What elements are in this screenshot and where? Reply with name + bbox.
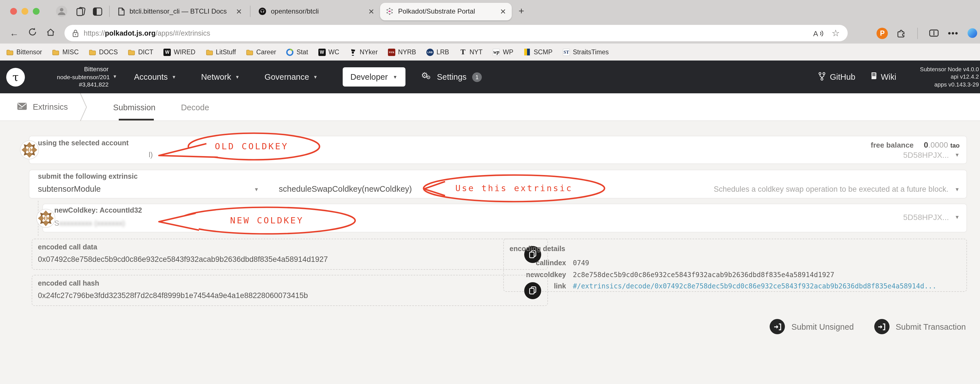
encoded-call-hash-box: encoded call hash 0x24fc27c796be3fdd3235… — [32, 275, 548, 306]
bookmark-wc[interactable]: WWC — [318, 48, 339, 56]
new-coldkey-name-redacted: Sxxxxxxxxx (xxxxxxx) — [54, 219, 125, 227]
wiki-link[interactable]: Wiki — [870, 72, 896, 82]
bookmark-wired[interactable]: WWIRED — [164, 48, 196, 56]
address-bar[interactable]: https://polkadot.js.org/apps/#/extrinsic… — [64, 25, 848, 41]
bookmark-stat[interactable]: Stat — [286, 48, 308, 56]
bookmark-bittensor[interactable]: Bittensor — [6, 48, 42, 56]
account-address-select[interactable]: 5D58HPJX... ▼ — [903, 150, 959, 159]
polkadot-extension-icon[interactable]: P — [877, 27, 888, 39]
copilot-icon[interactable] — [967, 28, 977, 38]
split-screen-icon[interactable] — [929, 29, 939, 37]
github-link[interactable]: GitHub — [819, 72, 855, 82]
chevron-down-icon[interactable]: ▼ — [254, 186, 259, 192]
browser-window: btcli.bittensor_cli — BTCLI Docs ✕ opent… — [0, 0, 980, 384]
browser-tab-btcli-docs[interactable]: btcli.bittensor_cli — BTCLI Docs ✕ — [112, 0, 248, 22]
nyrb-icon: NYR — [388, 48, 395, 56]
sign-in-icon — [770, 319, 785, 334]
section-title: Extrinsics — [17, 102, 68, 112]
submit-unsigned-button[interactable]: Submit Unsigned — [770, 319, 854, 334]
tab-title: opentensor/btcli — [271, 7, 364, 15]
bookmark-docs[interactable]: DOCS — [89, 48, 118, 56]
version-info: Subtensor Node v4.0.0 api v12.4.2 apps v… — [911, 65, 979, 88]
close-window-button[interactable] — [10, 8, 17, 15]
favorite-star-icon[interactable]: ☆ — [832, 28, 840, 38]
tab-submission[interactable]: Submission — [113, 103, 156, 112]
bookmark-label: Career — [256, 49, 276, 56]
bookmark-nyrb[interactable]: NYRNYRB — [388, 48, 416, 56]
folder-icon — [6, 48, 14, 56]
account-row-label: using the selected account — [38, 139, 129, 147]
more-menu-icon[interactable]: ••• — [948, 28, 959, 38]
account-identicon[interactable] — [20, 140, 39, 159]
decode-link[interactable]: #/extrinsics/decode/0x07492c8e758dec5b9c… — [573, 282, 937, 290]
active-tab-underline — [119, 118, 154, 121]
bookmark-label: WIRED — [173, 49, 196, 56]
tab-title: btcli.bittensor_cli — BTCLI Docs — [129, 7, 231, 15]
tab-decode[interactable]: Decode — [181, 103, 209, 112]
chain-name: Bittensor — [29, 65, 117, 73]
chevron-down-icon: ▼ — [955, 214, 959, 220]
bookmark-nyker[interactable]: NYker — [350, 48, 378, 56]
bookmark-label: NYRB — [398, 49, 416, 56]
method-description-select[interactable]: Schedules a coldkey swap operation to be… — [714, 185, 959, 193]
nav-network[interactable]: Network▼ — [201, 72, 240, 81]
account-identicon[interactable] — [36, 209, 56, 228]
extrinsic-select-row: submit the following extrinsic subtensor… — [29, 170, 967, 199]
bookmark-misc[interactable]: MISC — [52, 48, 79, 56]
chevron-down-icon: ▼ — [172, 74, 176, 80]
gears-icon: ⚙⚙ — [421, 71, 432, 83]
nav-governance[interactable]: Governance▼ — [264, 72, 318, 81]
chevron-down-icon: ▼ — [955, 186, 959, 192]
copy-button[interactable] — [524, 282, 541, 299]
browser-tab-polkadot-portal[interactable]: Polkadot/Substrate Portal ✕ — [380, 3, 512, 20]
submit-transaction-button[interactable]: Submit Transaction — [874, 319, 966, 334]
bookmark-litstuff[interactable]: LitStuff — [205, 48, 236, 56]
new-coldkey-row[interactable]: newColdkey: AccountId32 Sxxxxxxxxx (xxxx… — [42, 204, 967, 233]
bookmark-career[interactable]: Career — [246, 48, 276, 56]
back-icon[interactable]: ← — [7, 28, 21, 38]
close-tab-icon[interactable]: ✕ — [236, 7, 242, 16]
chain-node: node-subtensor/201 — [57, 73, 110, 81]
nav-settings[interactable]: ⚙⚙ Settings 1 — [421, 71, 482, 83]
bookmark-nyt[interactable]: TNYT — [459, 48, 482, 56]
lrb-icon: LRB — [426, 48, 434, 56]
bookmark-straitstimes[interactable]: STStraitsTimes — [563, 48, 609, 56]
lock-icon — [72, 29, 79, 37]
bookmark-label: DICT — [138, 49, 154, 56]
bookmark-wp[interactable]: wpWP — [493, 48, 513, 56]
tab-overview-icon[interactable] — [76, 6, 86, 16]
extensions-puzzle-icon[interactable] — [897, 29, 906, 38]
close-tab-icon[interactable]: ✕ — [368, 7, 374, 16]
bookmark-label: DOCS — [99, 49, 118, 56]
nav-accounts[interactable]: Accounts▼ — [134, 72, 176, 81]
folder-icon — [205, 48, 213, 56]
bookmark-label: LRB — [437, 49, 449, 56]
bookmark-label: NYT — [469, 49, 482, 56]
home-icon[interactable] — [43, 27, 58, 39]
bookmark-lrb[interactable]: LRBLRB — [426, 48, 449, 56]
encoded-call-data-label: encoded call data — [38, 243, 97, 251]
module-select[interactable]: subtensorModule — [38, 184, 101, 193]
sidebar-toggle-icon[interactable] — [93, 7, 102, 16]
node-version: Subtensor Node v4.0.0 — [911, 65, 979, 73]
profile-icon[interactable] — [56, 5, 68, 18]
close-tab-icon[interactable]: ✕ — [500, 7, 506, 16]
reader-mode-icon[interactable]: A — [813, 29, 823, 37]
new-coldkey-address-select[interactable]: 5D58HPJX... ▼ — [903, 213, 959, 222]
callindex-key: callindex — [509, 259, 566, 267]
sender-account-row[interactable]: using the selected account l) free balan… — [29, 136, 967, 164]
bookmark-scmp[interactable]: SCMP — [523, 48, 552, 56]
method-select[interactable]: scheduleSwapColdkey(newColdkey) — [279, 184, 412, 193]
reload-icon[interactable] — [25, 27, 40, 39]
stat-icon — [286, 48, 294, 56]
breadcrumb-chevron — [80, 93, 88, 123]
bookmark-dict[interactable]: DICT — [128, 48, 154, 56]
zoom-window-button[interactable] — [33, 8, 40, 15]
extrinsics-form: using the selected account l) free balan… — [0, 121, 980, 384]
chevron-down-icon: ▼ — [235, 74, 240, 80]
chain-selector[interactable]: Bittensor node-subtensor/201▼ #3,841,822 — [29, 65, 117, 88]
minimize-window-button[interactable] — [21, 8, 28, 15]
new-tab-button[interactable]: + — [519, 6, 524, 17]
browser-tab-opentensor[interactable]: opentensor/btcli ✕ — [253, 0, 380, 22]
nav-developer[interactable]: Developer▼ — [342, 67, 405, 86]
